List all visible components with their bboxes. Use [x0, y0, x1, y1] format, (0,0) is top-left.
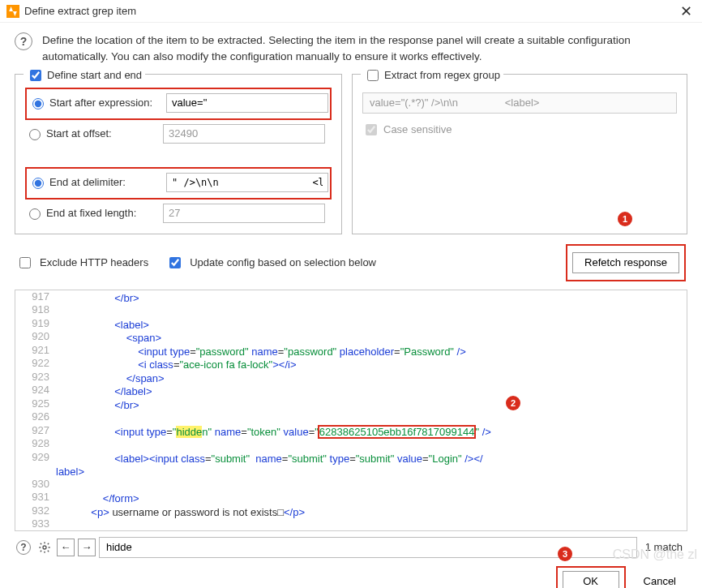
extract-regex-panel: Extract from regex group Case sensitive: [352, 74, 687, 234]
refetch-response-button[interactable]: Refetch response: [572, 252, 679, 273]
extract-regex-label: Extract from regex group: [384, 69, 500, 81]
annotation-badge-3: 3: [558, 547, 572, 561]
titlebar: Define extract grep item ✕: [0, 0, 702, 23]
case-sensitive-checkbox: [366, 124, 377, 135]
end-at-fixed-length-input: [163, 204, 325, 223]
define-start-end-label: Define start and end: [47, 69, 142, 81]
search-match-count: 1 match: [640, 541, 687, 553]
end-at-delimiter-radio[interactable]: [32, 178, 44, 189]
svg-marker-0: [9, 6, 13, 11]
annotation-badge-2: 2: [506, 396, 520, 410]
exclude-http-headers-checkbox[interactable]: [19, 257, 31, 268]
start-after-expression-radio[interactable]: [32, 98, 44, 109]
end-at-delimiter-input[interactable]: [166, 173, 328, 192]
start-after-expression-label: Start after expression:: [49, 97, 152, 109]
search-input[interactable]: [99, 537, 637, 558]
svg-marker-1: [13, 11, 17, 16]
help-icon-bottom[interactable]: ?: [15, 539, 32, 556]
window-title: Define extract grep item: [24, 5, 677, 17]
start-at-offset-radio[interactable]: [29, 129, 41, 140]
extract-regex-checkbox[interactable]: [367, 70, 379, 81]
define-start-end-checkbox[interactable]: [30, 70, 41, 81]
case-sensitive-label: Case sensitive: [383, 123, 452, 135]
cancel-button[interactable]: Cancel: [632, 571, 687, 589]
exclude-http-headers-label: Exclude HTTP headers: [40, 256, 148, 268]
start-after-expression-input[interactable]: [166, 93, 328, 113]
update-config-checkbox[interactable]: [169, 257, 181, 268]
response-code-panel[interactable]: 9179189199209219229239249259269279289299…: [15, 290, 687, 531]
end-at-delimiter-label: End at delimiter:: [49, 176, 126, 188]
help-icon[interactable]: ?: [15, 32, 32, 50]
update-config-label: Update config based on selection below: [190, 256, 376, 268]
regex-input: [362, 92, 677, 114]
end-at-fixed-length-label: End at fixed length:: [46, 207, 136, 219]
gear-icon[interactable]: [36, 539, 54, 556]
define-start-end-panel: Define start and end Start after express…: [15, 74, 342, 234]
start-at-offset-input: [163, 124, 325, 144]
start-at-offset-label: Start at offset:: [46, 127, 112, 139]
svg-point-2: [43, 546, 46, 549]
ok-button[interactable]: OK: [563, 571, 619, 589]
close-icon[interactable]: ✕: [677, 2, 696, 20]
dialog-description: Define the location of the item to be ex…: [42, 32, 687, 66]
app-icon: [6, 5, 19, 18]
prev-match-icon[interactable]: ←: [57, 539, 75, 556]
next-match-icon[interactable]: →: [78, 539, 96, 556]
end-at-fixed-length-radio[interactable]: [29, 208, 41, 220]
annotation-badge-1: 1: [618, 212, 632, 226]
